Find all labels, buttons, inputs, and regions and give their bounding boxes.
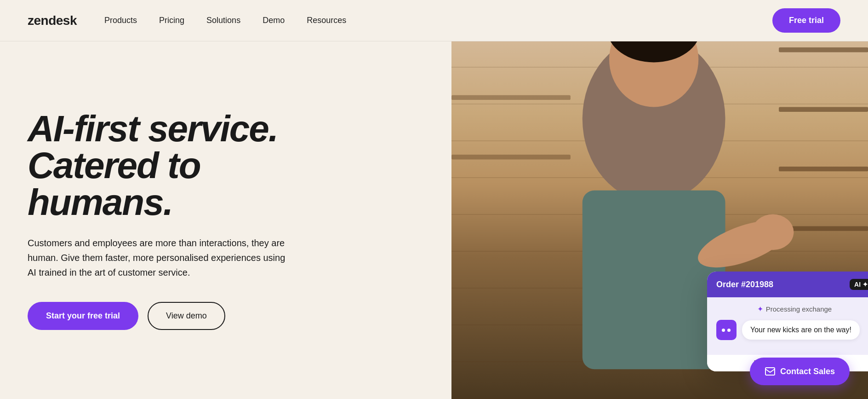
svg-point-12 bbox=[752, 214, 794, 250]
sparkle-icon: ✦ bbox=[757, 305, 763, 313]
chat-body: ✦ Processing exchange Your new kicks are… bbox=[707, 297, 868, 355]
chat-header: Order #201988 AI ✦ bbox=[707, 272, 868, 297]
svg-rect-0 bbox=[779, 47, 868, 52]
brand-logo[interactable]: zendesk bbox=[28, 13, 77, 28]
processing-text: Processing exchange bbox=[766, 305, 832, 313]
hero-image-area: Order #201988 AI ✦ ✦ Processing exchange… bbox=[451, 41, 868, 399]
processing-status: ✦ Processing exchange bbox=[716, 305, 868, 313]
hero-section: AI-first service. Catered to humans. Cus… bbox=[0, 41, 868, 399]
svg-rect-1 bbox=[779, 107, 868, 112]
svg-rect-6 bbox=[451, 155, 571, 159]
chat-widget: Order #201988 AI ✦ ✦ Processing exchange… bbox=[707, 272, 868, 371]
avatar-dot-2 bbox=[727, 329, 731, 332]
hero-heading-line1: AI-first service. bbox=[28, 108, 278, 149]
hero-buttons: Start your free trial View demo bbox=[28, 302, 424, 330]
svg-rect-5 bbox=[451, 95, 571, 100]
chat-message-bubble: Your new kicks are on the way! bbox=[742, 320, 860, 340]
start-free-trial-button[interactable]: Start your free trial bbox=[28, 302, 138, 330]
nav-resources[interactable]: Resources bbox=[307, 16, 346, 25]
nav-products[interactable]: Products bbox=[104, 16, 137, 25]
avatar-dot-1 bbox=[722, 329, 725, 332]
ai-badge: AI ✦ bbox=[850, 279, 868, 290]
hero-subtext: Customers and employees are more than in… bbox=[28, 236, 294, 280]
svg-rect-10 bbox=[582, 191, 725, 369]
envelope-icon bbox=[765, 366, 776, 377]
avatar-dots bbox=[722, 329, 731, 332]
svg-rect-2 bbox=[779, 167, 868, 171]
free-trial-button[interactable]: Free trial bbox=[772, 8, 840, 33]
hero-heading-line3: humans. bbox=[28, 182, 172, 223]
chat-message-row: Your new kicks are on the way! bbox=[716, 320, 868, 340]
navbar: zendesk Products Pricing Solutions Demo … bbox=[0, 0, 868, 41]
order-number: Order #201988 bbox=[716, 280, 773, 289]
hero-heading-line2: Catered to bbox=[28, 145, 200, 186]
hero-left: AI-first service. Catered to humans. Cus… bbox=[0, 41, 451, 399]
chat-avatar bbox=[716, 320, 737, 340]
contact-sales-button[interactable]: Contact Sales bbox=[750, 358, 850, 385]
hero-heading: AI-first service. Catered to humans. bbox=[28, 110, 424, 221]
nav-solutions[interactable]: Solutions bbox=[206, 16, 240, 25]
contact-sales-label: Contact Sales bbox=[780, 367, 835, 376]
nav-demo[interactable]: Demo bbox=[263, 16, 285, 25]
view-demo-button[interactable]: View demo bbox=[148, 302, 225, 330]
svg-rect-13 bbox=[765, 368, 775, 375]
nav-links: Products Pricing Solutions Demo Resource… bbox=[104, 16, 772, 25]
nav-pricing[interactable]: Pricing bbox=[159, 16, 184, 25]
